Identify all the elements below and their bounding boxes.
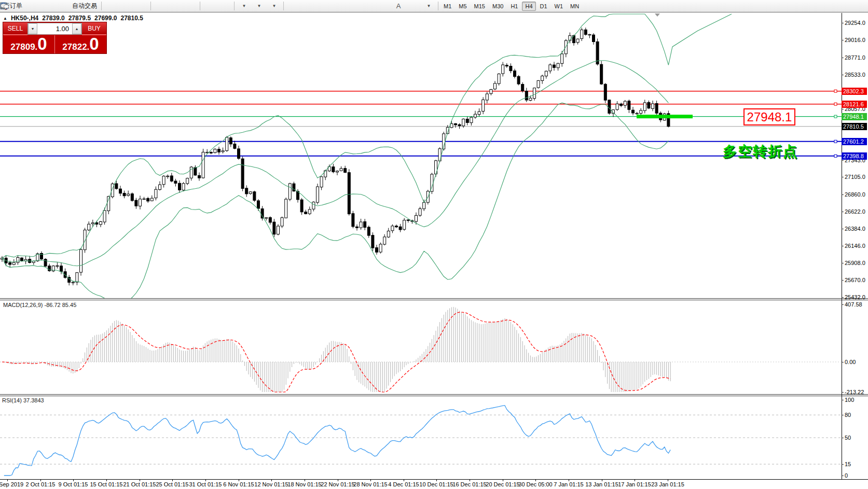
periods-button[interactable]: ▼ (252, 1, 266, 12)
candle-body (379, 244, 382, 252)
signals-button[interactable] (55, 1, 70, 12)
volume-control: ▼ 1.00 ▲ (27, 23, 82, 35)
bollinger-upper-band (2, 14, 732, 258)
candle-body (300, 200, 303, 212)
sell-button[interactable]: SELL (3, 22, 27, 35)
price-line-badge: 27948.1 (842, 113, 867, 120)
candle-body (640, 110, 642, 114)
sell-price-big-digit: 0 (37, 36, 47, 52)
candle-body (60, 266, 63, 272)
candlestick-button[interactable] (119, 1, 133, 12)
candle-body (450, 124, 453, 128)
time-axis-label: 17 Jan 01:15 (618, 481, 651, 487)
candle-body (147, 199, 149, 201)
timeframe-h1[interactable]: H1 (507, 2, 521, 11)
macd-indicator-panel[interactable] (0, 300, 842, 394)
candle-body (576, 39, 579, 43)
candle-body (84, 230, 86, 250)
line-handle[interactable] (834, 90, 837, 92)
axis-tick (842, 476, 844, 476)
toolbar-separator (234, 2, 235, 10)
candle-body (360, 222, 362, 228)
bar-chart-button[interactable] (104, 1, 118, 12)
candle-body (541, 76, 544, 81)
buy-button[interactable]: BUY (82, 22, 106, 35)
volume-increase-button[interactable]: ▲ (72, 23, 81, 34)
sell-price[interactable]: 27809 . 0 (3, 35, 54, 53)
candle-body (419, 209, 421, 216)
timeframe-mn[interactable]: MN (567, 2, 582, 11)
text-button[interactable]: A (391, 1, 406, 12)
templates-button[interactable]: ▼ (267, 1, 281, 12)
turning-point-note[interactable]: 多空转折点 (723, 142, 798, 161)
line-handle[interactable] (834, 103, 837, 105)
fibonacci-button[interactable]: F (376, 1, 391, 12)
line-handle[interactable] (834, 115, 837, 118)
buy-price-main: 27822 (62, 42, 87, 52)
collapse-arrow-icon[interactable]: ▲ (3, 16, 7, 21)
volume-input[interactable]: 1.00 (37, 23, 72, 34)
timeframe-m5[interactable]: M5 (456, 2, 470, 11)
shapes-button[interactable]: ▼ (421, 1, 436, 12)
candle-body (509, 66, 512, 71)
line-handle[interactable] (834, 140, 837, 143)
time-axis[interactable]: 25 Sep 20192 Oct 01:159 Oct 01:1515 Oct … (0, 479, 868, 489)
trendline-button[interactable] (346, 1, 361, 12)
zoom-in-button[interactable] (153, 1, 168, 12)
line-handle[interactable] (834, 155, 837, 157)
chart-shift-button[interactable] (217, 1, 232, 12)
channel-button[interactable]: E (361, 1, 376, 12)
price-tick-label: 25670.0 (845, 277, 865, 283)
search-button[interactable] (837, 1, 851, 12)
tile-windows-button[interactable] (183, 1, 198, 12)
toolbar: 新订单 自动交易 ▼ ▼ ▼ E F A T ▼ M1M5M15M30H1H4D… (0, 0, 868, 12)
rsi-indicator-panel[interactable] (0, 396, 842, 479)
timeframe-m15[interactable]: M15 (471, 2, 488, 11)
time-axis-label: 12 Nov 01:15 (254, 481, 288, 487)
candle-body (288, 184, 291, 199)
timeframe-h4[interactable]: H4 (522, 2, 535, 11)
rsi-line (4, 406, 670, 476)
candle-body (584, 30, 587, 34)
timeframe-m30[interactable]: M30 (489, 2, 506, 11)
candle-body (91, 223, 94, 224)
text-label-button[interactable]: T (406, 1, 421, 12)
toolbar-separator (101, 2, 102, 10)
volume-decrease-button[interactable]: ▼ (28, 23, 37, 34)
candle-body (474, 114, 477, 117)
text-icon: A (396, 2, 401, 10)
indicators-button[interactable]: ▼ (237, 1, 251, 12)
candle-body (340, 169, 342, 171)
candle-body (305, 212, 307, 214)
candle-body (545, 71, 547, 76)
crosshair-button[interactable] (301, 1, 315, 12)
toolbar-separator (200, 2, 200, 10)
chart-shift-marker-icon[interactable] (655, 13, 660, 17)
symbol-name: HK50-,H4 (11, 15, 38, 22)
candle-body (395, 226, 398, 227)
timeframe-m1[interactable]: M1 (440, 2, 454, 11)
cursor-button[interactable] (286, 1, 300, 12)
buy-price[interactable]: 27822 . 0 (55, 35, 106, 53)
horizontal-line-button[interactable] (331, 1, 346, 12)
candle-body (352, 214, 354, 227)
auto-scroll-button[interactable] (202, 1, 217, 12)
zoom-out-button[interactable] (168, 1, 183, 12)
candle-body (387, 231, 390, 237)
axis-tick (842, 212, 844, 212)
price-alert-button[interactable] (25, 1, 39, 12)
line-chart-button[interactable] (134, 1, 148, 12)
candle-body (218, 149, 221, 152)
candle-body (312, 202, 315, 209)
highlighted-level-segment[interactable] (637, 115, 693, 118)
timeframe-w1[interactable]: W1 (552, 2, 567, 11)
vertical-line-button[interactable] (316, 1, 330, 12)
main-price-chart[interactable] (0, 13, 842, 298)
candle-body (423, 202, 425, 208)
chat-button[interactable] (852, 1, 866, 12)
community-button[interactable] (40, 1, 54, 12)
auto-trading-button[interactable]: 自动交易 (70, 1, 99, 12)
timeframe-d1[interactable]: D1 (537, 2, 550, 11)
candle-body (178, 183, 181, 190)
level-price-callout[interactable]: 27948.1 (743, 108, 795, 125)
